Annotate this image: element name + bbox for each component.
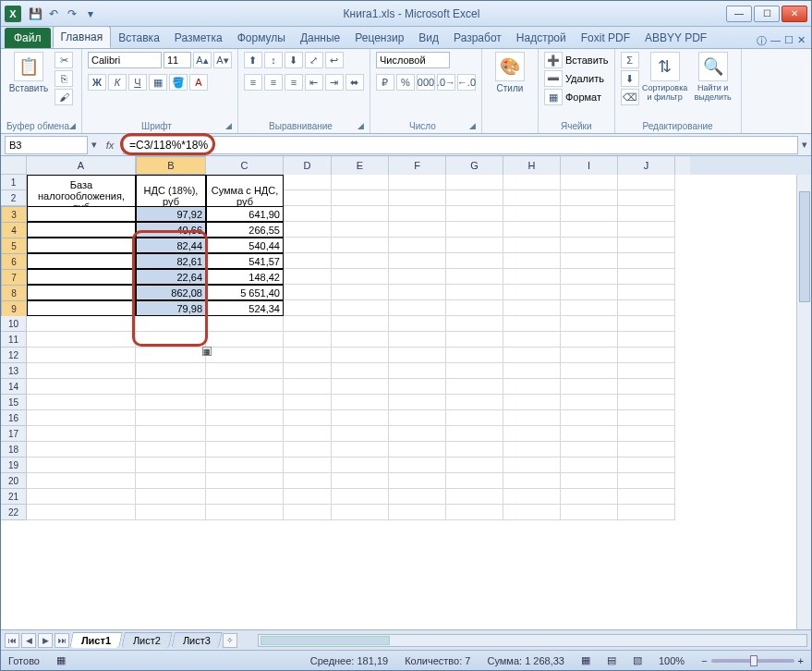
cell-C16[interactable] <box>206 410 284 426</box>
indent-dec-icon[interactable]: ⇤ <box>305 74 323 91</box>
cell-G5[interactable] <box>446 238 503 253</box>
cell-G9[interactable] <box>446 300 503 316</box>
cell-H12[interactable] <box>503 348 561 363</box>
cell-D18[interactable] <box>284 442 332 458</box>
font-size-select[interactable]: 11 <box>164 52 191 68</box>
cell-I3[interactable] <box>561 206 618 222</box>
cell-C20[interactable] <box>206 473 284 489</box>
format-painter-icon[interactable]: 🖌 <box>55 89 73 105</box>
cell-J9[interactable] <box>618 300 675 316</box>
cell-I22[interactable] <box>561 505 618 520</box>
cell-B11[interactable] <box>136 332 206 348</box>
cell-C13[interactable] <box>206 363 284 379</box>
col-header-G[interactable]: G <box>446 156 503 175</box>
col-header-B[interactable]: B <box>136 156 206 175</box>
tab-formulas[interactable]: Формулы <box>230 28 293 48</box>
cell-J16[interactable] <box>618 410 675 426</box>
cell-I4[interactable] <box>561 222 618 238</box>
cell-C19[interactable] <box>206 458 284 473</box>
cell-J11[interactable] <box>618 332 675 348</box>
cell-J7[interactable] <box>618 269 675 285</box>
border-icon[interactable]: ▦ <box>149 74 167 91</box>
cell-J13[interactable] <box>618 363 675 379</box>
cell-I5[interactable] <box>561 238 618 253</box>
cell-E19[interactable] <box>332 458 389 473</box>
cell-J18[interactable] <box>618 442 675 458</box>
cell-I7[interactable] <box>561 269 618 285</box>
cell-D5[interactable] <box>284 238 332 253</box>
indent-inc-icon[interactable]: ⇥ <box>325 74 344 91</box>
cell-E20[interactable] <box>332 473 389 489</box>
cell-A21[interactable] <box>27 489 136 505</box>
zoom-thumb[interactable] <box>750 655 757 666</box>
cell-B15[interactable] <box>136 395 206 410</box>
cell-C11[interactable] <box>206 332 284 348</box>
format-cell-icon[interactable]: ▦ <box>544 89 563 105</box>
cell-J10[interactable] <box>618 316 675 332</box>
save-icon[interactable]: 💾 <box>27 6 43 22</box>
cell-D1[interactable] <box>284 175 332 190</box>
bold-icon[interactable]: Ж <box>88 74 106 91</box>
cell-D11[interactable] <box>284 332 332 348</box>
tab-foxit[interactable]: Foxit PDF <box>574 28 637 48</box>
cell-A9[interactable] <box>27 300 136 316</box>
cell-F11[interactable] <box>389 332 446 348</box>
row-header[interactable]: 21 <box>1 489 27 505</box>
cell-H7[interactable] <box>503 269 561 285</box>
cell-G7[interactable] <box>446 269 503 285</box>
cell-H10[interactable] <box>503 316 561 332</box>
cell-G8[interactable] <box>446 285 503 300</box>
cell-G12[interactable] <box>446 348 503 363</box>
dec-decimal-icon[interactable]: ←.0 <box>457 74 476 91</box>
row-header[interactable]: 19 <box>1 458 27 473</box>
cell-D13[interactable] <box>284 363 332 379</box>
row-header[interactable]: 9 <box>1 300 27 317</box>
sheet-tab-3[interactable]: Лист3 <box>171 632 223 648</box>
cell-G6[interactable] <box>446 253 503 269</box>
cell-G22[interactable] <box>446 505 503 520</box>
sort-filter-button[interactable]: ⇅ Сортировка и фильтр <box>643 52 687 102</box>
copy-icon[interactable]: ⎘ <box>55 70 73 87</box>
cell-I20[interactable] <box>561 473 618 489</box>
align-right-icon[interactable]: ≡ <box>285 74 303 91</box>
increase-font-icon[interactable]: A▴ <box>193 52 212 68</box>
view-normal-icon[interactable]: ▦ <box>581 654 590 666</box>
cell-C18[interactable] <box>206 442 284 458</box>
cell-G18[interactable] <box>446 442 503 458</box>
cell-C5[interactable]: 540,44 <box>206 238 284 253</box>
row-header[interactable]: 1 <box>1 175 27 190</box>
zoom-slider[interactable] <box>711 659 794 663</box>
cell-F17[interactable] <box>389 426 446 442</box>
cell-A20[interactable] <box>27 473 136 489</box>
cell-J22[interactable] <box>618 505 675 520</box>
cell-E11[interactable] <box>332 332 389 348</box>
wrap-text-icon[interactable]: ↩ <box>325 52 344 68</box>
row-header[interactable]: 5 <box>1 238 27 254</box>
cell-J3[interactable] <box>618 206 675 222</box>
align-left-icon[interactable]: ≡ <box>244 74 262 91</box>
cell-B19[interactable] <box>136 458 206 473</box>
minimize-button[interactable]: — <box>726 6 752 22</box>
tab-addins[interactable]: Надстрой <box>509 28 574 48</box>
clipboard-launcher-icon[interactable]: ◢ <box>69 121 76 130</box>
delete-label[interactable]: Удалить <box>565 73 604 84</box>
inc-decimal-icon[interactable]: .0→ <box>437 74 455 91</box>
tab-insert[interactable]: Вставка <box>111 28 167 48</box>
cell-D22[interactable] <box>284 505 332 520</box>
autosum-icon[interactable]: Σ <box>621 52 639 68</box>
formula-input[interactable]: =C3/118%*18% =C3/118%*18% <box>123 136 798 154</box>
align-top-icon[interactable]: ⬆ <box>244 52 262 68</box>
row-header[interactable]: 20 <box>1 473 27 489</box>
cell-H16[interactable] <box>503 410 561 426</box>
align-bottom-icon[interactable]: ⬇ <box>285 52 303 68</box>
tab-nav-last-icon[interactable]: ⏭ <box>55 633 69 648</box>
cell-E17[interactable] <box>332 426 389 442</box>
cell-J8[interactable] <box>618 285 675 300</box>
cell-D16[interactable] <box>284 410 332 426</box>
cell-J4[interactable] <box>618 222 675 238</box>
fill-color-icon[interactable]: 🪣 <box>169 74 188 91</box>
paste-button[interactable]: 📋 Вставить <box>6 52 51 93</box>
cell-A15[interactable] <box>27 395 136 410</box>
horizontal-scrollbar[interactable] <box>258 634 807 647</box>
cell-F10[interactable] <box>389 316 446 332</box>
